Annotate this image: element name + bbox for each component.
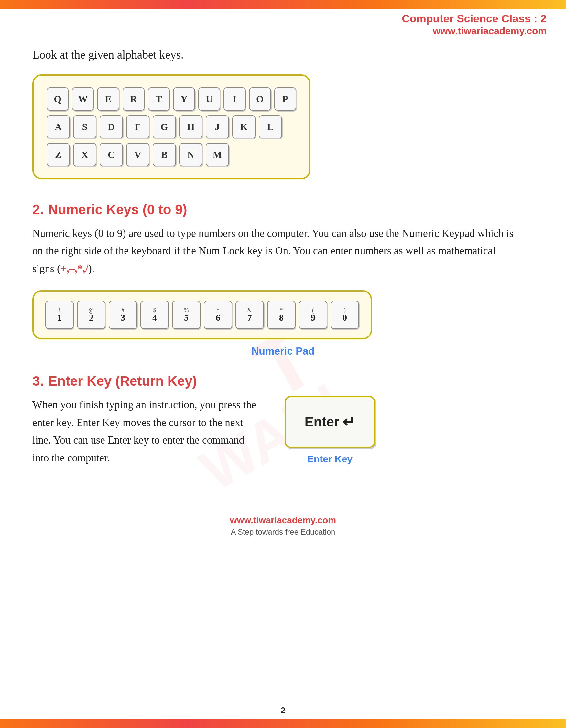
alpha-key-z: Z: [47, 143, 70, 166]
alpha-key-w: W: [72, 87, 94, 111]
enter-arrow-icon: ↵: [342, 413, 355, 431]
enter-key-caption: Enter Key: [307, 454, 352, 465]
footer-url: www.tiwariacademy.com: [0, 515, 566, 525]
section3-heading: 3. Enter Key (Return Key): [32, 373, 534, 389]
alpha-key-b: B: [153, 143, 176, 166]
enter-key-col: Enter ↵ Enter Key: [284, 396, 375, 465]
numpad-key-8: *8: [267, 301, 295, 329]
section2-number: 2.: [32, 202, 44, 217]
alpha-key-e: E: [97, 87, 119, 111]
section3-title: Enter Key (Return Key): [48, 373, 197, 389]
numpad-key-7: &7: [236, 301, 264, 329]
alpha-key-c: C: [100, 143, 123, 166]
header-url: www.tiwariacademy.com: [402, 26, 547, 37]
section2-body: Numeric keys (0 to 9) are used to type n…: [32, 225, 517, 277]
alpha-key-v: V: [126, 143, 150, 166]
numpad-key-1: !1: [45, 301, 74, 329]
alphabet-keyboard: QWERTYUIOP ASDFGHJKL ZXCVBNM: [32, 74, 310, 179]
numpad-label: Numeric Pad: [32, 345, 534, 357]
alpha-key-n: N: [179, 143, 203, 166]
alpha-key-q: Q: [47, 87, 69, 111]
alpha-key-i: I: [224, 87, 246, 111]
enter-key-word: Enter: [305, 414, 339, 430]
enter-section: When you finish typing an instruction, y…: [32, 396, 534, 480]
key-row-2: ASDFGHJKL: [47, 115, 296, 138]
footer-tagline: A Step towards free Education: [0, 527, 566, 536]
numpad-key-0: )0: [330, 301, 359, 329]
section3-number: 3.: [32, 373, 44, 389]
alpha-key-h: H: [179, 115, 203, 138]
main-content: Look at the given alphabet keys. QWERTYU…: [0, 9, 566, 505]
alpha-key-g: G: [153, 115, 176, 138]
top-gradient-bar: [0, 0, 566, 9]
enter-key-visual: Enter ↵: [284, 396, 375, 448]
bottom-gradient-bar: [0, 719, 566, 728]
numpad-key-2: @2: [77, 301, 105, 329]
alpha-key-u: U: [198, 87, 220, 111]
alpha-key-d: D: [100, 115, 123, 138]
section3-body: When you finish typing an instruction, y…: [32, 396, 259, 467]
enter-key-inner: Enter ↵: [305, 413, 355, 431]
alpha-key-s: S: [73, 115, 96, 138]
alpha-key-a: A: [47, 115, 70, 138]
numpad-key-6: ^6: [204, 301, 232, 329]
numpad-key-5: %5: [172, 301, 201, 329]
key-row-1: QWERTYUIOP: [47, 87, 296, 111]
key-row-3: ZXCVBNM: [47, 143, 296, 166]
intro-text: Look at the given alphabet keys.: [32, 48, 534, 61]
alpha-key-p: P: [274, 87, 296, 111]
alpha-key-o: O: [249, 87, 271, 111]
alpha-key-m: M: [206, 143, 229, 166]
numeric-pad-container: !1@2#3$4%5^6&7*8(9)0: [32, 290, 372, 339]
header-title: Computer Science Class : 2: [402, 11, 547, 26]
alpha-key-r: R: [123, 87, 145, 111]
alpha-key-y: Y: [173, 87, 195, 111]
alpha-key-l: L: [259, 115, 282, 138]
section2-body-end: ).: [88, 263, 94, 274]
numpad-key-row: !1@2#3$4%5^6&7*8(9)0: [45, 301, 359, 329]
header-block: Computer Science Class : 2 www.tiwariaca…: [402, 11, 547, 37]
page-number: 2: [281, 705, 285, 716]
alpha-key-k: K: [232, 115, 256, 138]
section2-math: +,–,*,/: [61, 263, 88, 274]
alpha-key-x: X: [73, 143, 96, 166]
numpad-key-4: $4: [140, 301, 169, 329]
numpad-key-3: #3: [109, 301, 137, 329]
section2-heading: 2. Numeric Keys (0 to 9): [32, 202, 534, 217]
alpha-key-t: T: [148, 87, 170, 111]
alpha-key-f: F: [126, 115, 150, 138]
section2-body-text: Numeric keys (0 to 9) are used to type n…: [32, 227, 513, 274]
numpad-key-9: (9: [299, 301, 327, 329]
alpha-key-j: J: [206, 115, 229, 138]
section2-title: Numeric Keys (0 to 9): [48, 202, 187, 217]
section3-text-col: When you finish typing an instruction, y…: [32, 396, 259, 480]
footer: www.tiwariacademy.com A Step towards fre…: [0, 505, 566, 553]
